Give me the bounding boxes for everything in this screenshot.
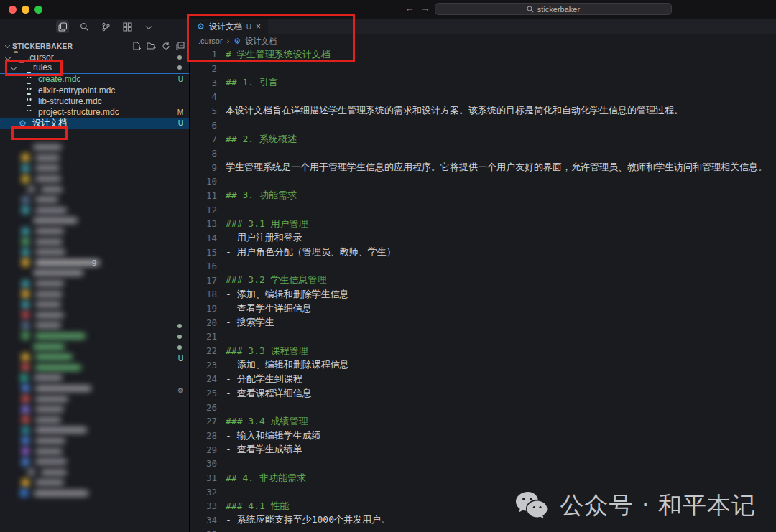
code-line[interactable]: 16 <box>190 259 776 274</box>
code-line[interactable]: 8 <box>190 146 776 161</box>
chevron-down-icon <box>11 65 17 70</box>
refresh-icon[interactable] <box>162 42 170 50</box>
code-line[interactable]: 15- 用户角色分配（管理员、教师、学生） <box>190 245 776 259</box>
command-center-search[interactable]: stickerbaker <box>435 3 672 15</box>
tab-design-doc[interactable]: ⚙ 设计文档 U × <box>190 19 268 34</box>
tree-item-label: lib-structure.mdc <box>38 96 102 106</box>
history-back-button[interactable]: ← <box>404 3 415 14</box>
code-line[interactable]: 30 <box>190 457 776 471</box>
collapse-all-icon[interactable] <box>176 42 185 50</box>
code-line[interactable]: 6 <box>190 118 776 132</box>
close-window-button[interactable] <box>9 6 17 14</box>
blurred-row <box>0 299 190 310</box>
workspace-title: STICKERBAKER <box>12 42 132 50</box>
markdown-heading: ### 4.1 性能 <box>226 500 290 513</box>
blurred-row <box>0 279 190 289</box>
tree-item-label: rules <box>33 62 52 73</box>
code-line[interactable]: 9学生管理系统是一个用于管理学生信息的应用程序。它将提供一个用户友好的界面，允许… <box>190 160 776 174</box>
line-number: 16 <box>190 261 226 271</box>
line-number: 20 <box>190 317 226 328</box>
tree-item-project-structure.mdc[interactable]: project-structure.mdcM <box>0 106 189 117</box>
blurred-row <box>0 383 190 394</box>
tree-item-设计文档[interactable]: ⚙设计文档U <box>0 118 189 129</box>
source-control-icon[interactable] <box>99 20 112 33</box>
blurred-row <box>0 414 190 425</box>
code-line[interactable]: 31## 4. 非功能需求 <box>190 471 776 485</box>
more-views-chevron-icon[interactable] <box>142 20 155 33</box>
code-line[interactable]: 14- 用户注册和登录 <box>190 231 776 246</box>
breadcrumb-file[interactable]: 设计文档 <box>245 36 277 47</box>
git-badge: U <box>178 119 183 127</box>
code-line[interactable]: 4 <box>190 90 776 104</box>
code-line[interactable]: 26 <box>190 400 776 414</box>
code-text: 学生管理系统是一个用于管理学生信息的应用程序。它将提供一个用户友好的界面，允许管… <box>226 161 767 174</box>
code-line[interactable]: 29- 查看学生成绩单 <box>190 442 776 457</box>
code-line[interactable]: 24- 分配学生到课程 <box>190 372 776 386</box>
blurred-row <box>0 457 190 467</box>
code-line[interactable]: 11## 3. 功能需求 <box>190 189 776 203</box>
breadcrumb-folder[interactable]: .cursor <box>198 37 223 45</box>
new-file-icon[interactable] <box>132 42 141 50</box>
code-line[interactable]: 27### 3.4 成绩管理 <box>190 414 776 429</box>
blurred-row <box>0 174 190 185</box>
code-line[interactable]: 19- 查看学生详细信息 <box>190 302 776 316</box>
code-line[interactable]: 5本设计文档旨在详细描述学生管理系统的需求和设计方案。该系统的目标是简化和自动化… <box>190 104 776 118</box>
code-line[interactable]: 12 <box>190 202 776 217</box>
extensions-icon[interactable] <box>121 20 134 33</box>
code-line[interactable]: 20- 搜索学生 <box>190 315 776 330</box>
search-panel-icon[interactable] <box>78 20 91 33</box>
line-number: 18 <box>190 289 226 299</box>
close-tab-icon[interactable]: × <box>256 22 261 32</box>
blurred-row <box>0 446 190 457</box>
blurred-row <box>0 236 190 247</box>
line-number: 15 <box>190 247 226 258</box>
code-text: - 搜索学生 <box>226 316 274 329</box>
blurred-row <box>0 488 190 499</box>
line-number: 12 <box>190 205 226 215</box>
tree-item-.cursor[interactable]: .cursor <box>0 52 189 62</box>
code-line[interactable]: 3## 1. 引言 <box>190 75 776 90</box>
code-line[interactable]: 1# 学生管理系统设计文档 <box>190 47 776 62</box>
code-line[interactable]: 13### 3.1 用户管理 <box>190 217 776 231</box>
markdown-heading: ## 2. 系统概述 <box>226 133 297 146</box>
chevron-down-icon <box>5 54 11 60</box>
code-line[interactable]: 10 <box>190 174 776 189</box>
minimize-window-button[interactable] <box>22 6 29 14</box>
git-badge: M <box>177 108 183 116</box>
markdown-heading: ## 4. 非功能需求 <box>226 472 306 485</box>
wechat-icon <box>513 490 552 522</box>
code-line[interactable]: 22### 3.3 课程管理 <box>190 344 776 358</box>
code-text: - 分配学生到课程 <box>226 373 302 386</box>
activity-bar <box>0 19 189 34</box>
tab-label: 设计文档 <box>209 22 242 32</box>
blurred-file-list <box>0 142 190 498</box>
changes-dot-badge <box>177 335 182 339</box>
zoom-window-button[interactable] <box>34 6 42 14</box>
code-line[interactable]: 18- 添加、编辑和删除学生信息 <box>190 287 776 302</box>
code-line[interactable]: 35 <box>190 527 776 532</box>
markdown-heading: ### 3.2 学生信息管理 <box>226 274 327 286</box>
markdown-heading: ## 1. 引言 <box>226 76 278 89</box>
code-line[interactable]: 17### 3.2 学生信息管理 <box>190 274 776 288</box>
line-number: 21 <box>190 331 226 342</box>
code-line[interactable]: 28- 输入和编辑学生成绩 <box>190 429 776 443</box>
blurred-row <box>0 268 190 279</box>
line-number: 25 <box>190 388 226 398</box>
code-area[interactable]: 1# 学生管理系统设计文档23## 1. 引言45本设计文档旨在详细描述学生管理… <box>190 47 776 532</box>
code-line[interactable]: 2 <box>190 62 776 76</box>
code-line[interactable]: 7## 2. 系统概述 <box>190 132 776 146</box>
code-line[interactable]: 23- 添加、编辑和删除课程信息 <box>190 358 776 372</box>
blurred-row <box>0 153 190 164</box>
code-line[interactable]: 21 <box>190 330 776 344</box>
code-line[interactable]: 25- 查看课程详细信息 <box>190 386 776 401</box>
breadcrumb[interactable]: .cursor › ⚙ 设计文档 <box>190 34 776 47</box>
history-forward-button[interactable]: → <box>420 3 431 14</box>
blurred-row <box>0 226 190 237</box>
folder-icon <box>19 63 29 73</box>
git-status-badge: U <box>246 23 251 31</box>
explorer-section-header[interactable]: STICKERBAKER <box>0 40 189 52</box>
line-number: 35 <box>190 529 226 532</box>
explorer-icon[interactable] <box>56 20 69 33</box>
new-folder-icon[interactable] <box>147 42 156 50</box>
git-badge: U <box>178 75 183 83</box>
